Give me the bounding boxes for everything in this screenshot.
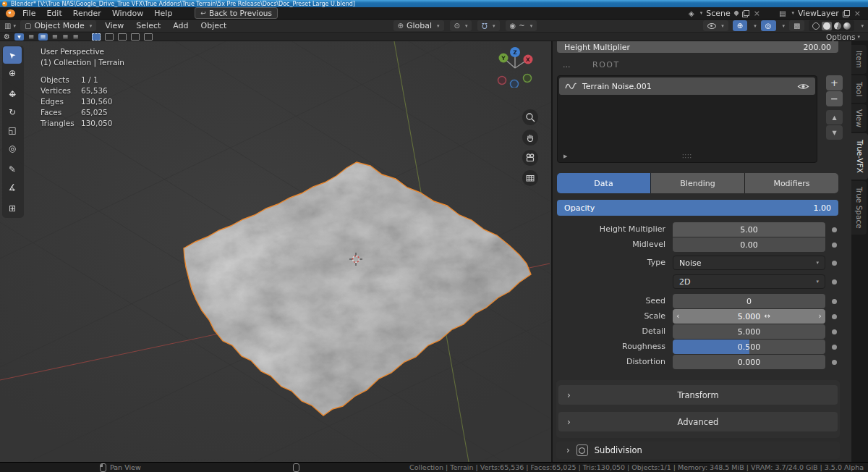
- move-layer-down-button[interactable]: ▼: [826, 125, 843, 140]
- decorator-dot[interactable]: [832, 243, 837, 248]
- filter-icon[interactable]: ▼: [14, 33, 24, 41]
- overlays-toggle[interactable]: ◎: [761, 20, 776, 31]
- new-scene-icon[interactable]: [742, 10, 749, 17]
- mode-selector[interactable]: ▢ Object Mode ▾: [20, 20, 96, 31]
- rendered-shading-button[interactable]: [843, 22, 851, 30]
- perspective-toggle-button[interactable]: [522, 170, 538, 186]
- menu-view[interactable]: View: [105, 21, 124, 30]
- remove-layer-button[interactable]: −: [826, 91, 843, 106]
- decorator-dot[interactable]: [832, 299, 837, 304]
- tool-transform[interactable]: ◎: [3, 140, 22, 157]
- editor-type-icon[interactable]: ▥: [4, 22, 11, 30]
- transform-orientation-selector[interactable]: ⊕ Global ▾: [393, 20, 444, 31]
- tool-rotate[interactable]: ↻: [3, 104, 22, 121]
- select-mode-5-icon[interactable]: ≡: [73, 33, 79, 41]
- gizmo-neg-y-axis[interactable]: [524, 75, 532, 83]
- scale-input[interactable]: ‹ 5.000 ↔ ›: [673, 309, 825, 324]
- tab-data[interactable]: Data: [557, 173, 650, 193]
- type-dropdown[interactable]: Noise▾: [673, 256, 825, 270]
- new-viewlayer-icon[interactable]: [843, 10, 849, 17]
- viewlayer-icon[interactable]: ▤: [779, 9, 786, 17]
- dimension-dropdown[interactable]: 2D▾: [673, 274, 825, 289]
- menu-window[interactable]: Window: [112, 9, 143, 18]
- list-expand-icon[interactable]: ▶: [563, 153, 567, 159]
- decrement-arrow-icon[interactable]: ‹: [676, 309, 679, 324]
- tool-scale[interactable]: ◱: [3, 122, 22, 139]
- breadcrumb-dots[interactable]: ...: [563, 60, 571, 69]
- select-intersect-button[interactable]: [144, 33, 153, 41]
- viewlayer-selector[interactable]: ViewLayer: [798, 9, 839, 18]
- camera-view-button[interactable]: [522, 150, 538, 166]
- roughness-slider[interactable]: 0.500: [673, 340, 825, 354]
- select-invert-button[interactable]: [131, 33, 140, 41]
- detail-input[interactable]: 5.000: [673, 324, 825, 339]
- move-layer-up-button[interactable]: ▲: [826, 110, 843, 125]
- tool-cursor[interactable]: ⊕: [3, 64, 22, 82]
- snap-controls[interactable]: Ω ▾: [477, 20, 499, 31]
- menu-render[interactable]: Render: [73, 9, 101, 18]
- decorator-dot[interactable]: [832, 345, 837, 350]
- scene-selector[interactable]: Scene: [706, 9, 731, 18]
- list-resize-grip[interactable]: ········: [682, 154, 692, 160]
- menu-edit[interactable]: Edit: [46, 9, 61, 18]
- blender-menu-icon[interactable]: [6, 9, 15, 17]
- opacity-slider[interactable]: Opacity 1.00: [557, 200, 838, 216]
- layer-list-item[interactable]: Terrain Noise.001: [559, 77, 815, 95]
- decorator-dot[interactable]: [832, 279, 837, 285]
- remove-viewlayer-icon[interactable]: ×: [854, 9, 861, 18]
- options-dropdown[interactable]: Options ▾: [826, 33, 860, 41]
- distortion-input[interactable]: 0.000: [673, 355, 825, 369]
- select-set-button[interactable]: [92, 33, 101, 41]
- tool-measure[interactable]: ∡: [3, 179, 22, 196]
- advanced-panel-header[interactable]: › Advanced: [558, 412, 838, 431]
- add-layer-button[interactable]: +: [826, 75, 843, 90]
- tab-true-vfx[interactable]: True-VFX: [851, 133, 868, 180]
- breadcrumb-root[interactable]: ROOT: [592, 60, 620, 69]
- subdivision-panel-header[interactable]: › Subdivision: [556, 442, 840, 459]
- zoom-view-button[interactable]: [522, 109, 538, 125]
- pivot-point-selector[interactable]: ⊙ ▾: [450, 20, 472, 31]
- tool-add-cube[interactable]: ⊞: [3, 200, 22, 217]
- menu-add[interactable]: Add: [173, 21, 188, 30]
- tool-move[interactable]: ↔↕: [3, 85, 22, 103]
- decorator-dot[interactable]: [832, 329, 837, 334]
- tab-modifiers[interactable]: Modifiers: [745, 173, 838, 193]
- object-visibility-selector[interactable]: ▾: [703, 20, 728, 31]
- tab-item[interactable]: Item: [851, 45, 867, 74]
- select-mode-2-icon[interactable]: ≡: [38, 33, 47, 41]
- select-extend-button[interactable]: [105, 33, 114, 41]
- back-to-previous-button[interactable]: ↩ Back to Previous: [195, 7, 278, 19]
- eye-icon[interactable]: [797, 83, 809, 90]
- tool-gear-icon[interactable]: ⚙: [4, 33, 10, 41]
- decorator-dot[interactable]: [832, 227, 837, 232]
- tab-blending[interactable]: Blending: [651, 173, 744, 193]
- select-mode-4-icon[interactable]: ≡: [62, 33, 68, 41]
- tab-view[interactable]: View: [851, 104, 867, 132]
- tab-tool[interactable]: Tool: [851, 75, 867, 103]
- height-multiplier-top-slider[interactable]: Height Multiplier 200.00: [557, 41, 838, 53]
- navigation-gizmo[interactable]: Z Y X: [496, 44, 535, 88]
- gizmos-toggle[interactable]: ⊕: [733, 20, 747, 31]
- pan-view-button[interactable]: [522, 130, 538, 146]
- xray-toggle[interactable]: ▩: [789, 20, 804, 31]
- scene-type-icon[interactable]: ◈: [689, 9, 694, 17]
- pin-icon[interactable]: [733, 10, 739, 16]
- select-subtract-button[interactable]: [118, 33, 127, 41]
- transform-panel-header[interactable]: › Transform: [558, 385, 838, 405]
- menu-file[interactable]: File: [22, 9, 35, 18]
- seed-input[interactable]: 0: [673, 294, 825, 308]
- wireframe-shading-button[interactable]: [812, 22, 820, 30]
- tool-annotate[interactable]: ✎: [3, 161, 22, 178]
- 3d-viewport[interactable]: ➤ ⊕ ↔↕ ↻ ◱ ◎ ✎ ∡ ⊞ User Perspective (1) …: [0, 41, 551, 462]
- decorator-dot[interactable]: [832, 360, 837, 365]
- menu-object[interactable]: Object: [201, 21, 227, 30]
- select-mode-3-icon[interactable]: ≡: [52, 33, 58, 41]
- increment-arrow-icon[interactable]: ›: [819, 309, 822, 324]
- tab-true-space[interactable]: True Space: [851, 181, 867, 235]
- decorator-dot[interactable]: [832, 261, 837, 266]
- height-multiplier-input[interactable]: 5.00: [673, 222, 825, 237]
- menu-help[interactable]: Help: [154, 9, 172, 18]
- unlink-scene-icon[interactable]: ×: [754, 9, 760, 18]
- material-shading-button[interactable]: [834, 22, 841, 30]
- gizmo-neg-x-axis[interactable]: [498, 77, 506, 85]
